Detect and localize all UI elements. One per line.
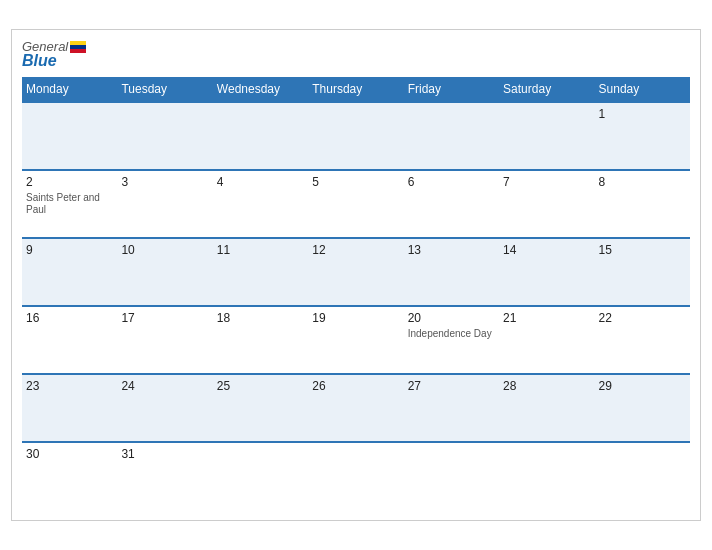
day-number: 27: [408, 379, 495, 393]
day-number: 3: [121, 175, 208, 189]
calendar-cell: 10: [117, 238, 212, 306]
weekday-thursday: Thursday: [308, 77, 403, 102]
calendar-cell: [308, 102, 403, 170]
day-number: 1: [599, 107, 686, 121]
day-number: 4: [217, 175, 304, 189]
logo-flag: [70, 41, 86, 53]
calendar-cell: 28: [499, 374, 594, 442]
weekday-tuesday: Tuesday: [117, 77, 212, 102]
calendar-week-row: 2Saints Peter and Paul345678: [22, 170, 690, 238]
calendar-week-row: 3031: [22, 442, 690, 510]
calendar-header: General Blue: [22, 40, 690, 70]
day-number: 15: [599, 243, 686, 257]
day-number: 14: [503, 243, 590, 257]
logo-blue-text: Blue: [22, 53, 86, 69]
calendar-cell: [22, 102, 117, 170]
day-number: 25: [217, 379, 304, 393]
calendar: General Blue MondayTuesdayWednesdayThurs…: [11, 29, 701, 522]
calendar-cell: 8: [595, 170, 690, 238]
calendar-cell: 31: [117, 442, 212, 510]
day-number: 7: [503, 175, 590, 189]
day-number: 21: [503, 311, 590, 325]
calendar-cell: 16: [22, 306, 117, 374]
calendar-cell: 22: [595, 306, 690, 374]
calendar-week-row: 1617181920Independence Day2122: [22, 306, 690, 374]
calendar-cell: 11: [213, 238, 308, 306]
day-number: 8: [599, 175, 686, 189]
calendar-cell: 23: [22, 374, 117, 442]
day-number: 24: [121, 379, 208, 393]
calendar-cell: 27: [404, 374, 499, 442]
calendar-cell: [595, 442, 690, 510]
day-number: 31: [121, 447, 208, 461]
day-number: 6: [408, 175, 495, 189]
calendar-cell: 6: [404, 170, 499, 238]
calendar-week-row: 9101112131415: [22, 238, 690, 306]
calendar-cell: 14: [499, 238, 594, 306]
weekday-header-row: MondayTuesdayWednesdayThursdayFridaySatu…: [22, 77, 690, 102]
day-number: 16: [26, 311, 113, 325]
day-number: 30: [26, 447, 113, 461]
day-number: 23: [26, 379, 113, 393]
day-number: 29: [599, 379, 686, 393]
calendar-cell: [308, 442, 403, 510]
calendar-cell: 1: [595, 102, 690, 170]
calendar-cell: [117, 102, 212, 170]
day-number: 26: [312, 379, 399, 393]
day-number: 11: [217, 243, 304, 257]
day-number: 19: [312, 311, 399, 325]
calendar-cell: 26: [308, 374, 403, 442]
calendar-cell: 12: [308, 238, 403, 306]
calendar-week-row: 23242526272829: [22, 374, 690, 442]
calendar-cell: 2Saints Peter and Paul: [22, 170, 117, 238]
calendar-cell: 7: [499, 170, 594, 238]
weekday-wednesday: Wednesday: [213, 77, 308, 102]
calendar-cell: 5: [308, 170, 403, 238]
calendar-table: MondayTuesdayWednesdayThursdayFridaySatu…: [22, 77, 690, 510]
weekday-sunday: Sunday: [595, 77, 690, 102]
holiday-label: Saints Peter and Paul: [26, 192, 100, 215]
day-number: 2: [26, 175, 113, 189]
calendar-cell: [499, 442, 594, 510]
calendar-cell: 20Independence Day: [404, 306, 499, 374]
calendar-cell: 18: [213, 306, 308, 374]
weekday-monday: Monday: [22, 77, 117, 102]
day-number: 17: [121, 311, 208, 325]
calendar-cell: 17: [117, 306, 212, 374]
calendar-cell: 13: [404, 238, 499, 306]
day-number: 13: [408, 243, 495, 257]
calendar-cell: [213, 102, 308, 170]
day-number: 10: [121, 243, 208, 257]
holiday-label: Independence Day: [408, 328, 492, 339]
calendar-cell: [404, 442, 499, 510]
day-number: 22: [599, 311, 686, 325]
calendar-cell: 24: [117, 374, 212, 442]
day-number: 20: [408, 311, 495, 325]
calendar-cell: 9: [22, 238, 117, 306]
calendar-week-row: 1: [22, 102, 690, 170]
day-number: 5: [312, 175, 399, 189]
logo-general-text: General: [22, 40, 86, 54]
day-number: 12: [312, 243, 399, 257]
calendar-cell: 25: [213, 374, 308, 442]
logo: General Blue: [22, 40, 86, 70]
calendar-cell: 30: [22, 442, 117, 510]
calendar-cell: 4: [213, 170, 308, 238]
calendar-cell: [404, 102, 499, 170]
calendar-cell: 21: [499, 306, 594, 374]
weekday-saturday: Saturday: [499, 77, 594, 102]
day-number: 18: [217, 311, 304, 325]
calendar-cell: 29: [595, 374, 690, 442]
calendar-cell: [213, 442, 308, 510]
calendar-cell: 3: [117, 170, 212, 238]
calendar-cell: 19: [308, 306, 403, 374]
calendar-cell: 15: [595, 238, 690, 306]
day-number: 9: [26, 243, 113, 257]
day-number: 28: [503, 379, 590, 393]
calendar-cell: [499, 102, 594, 170]
weekday-friday: Friday: [404, 77, 499, 102]
